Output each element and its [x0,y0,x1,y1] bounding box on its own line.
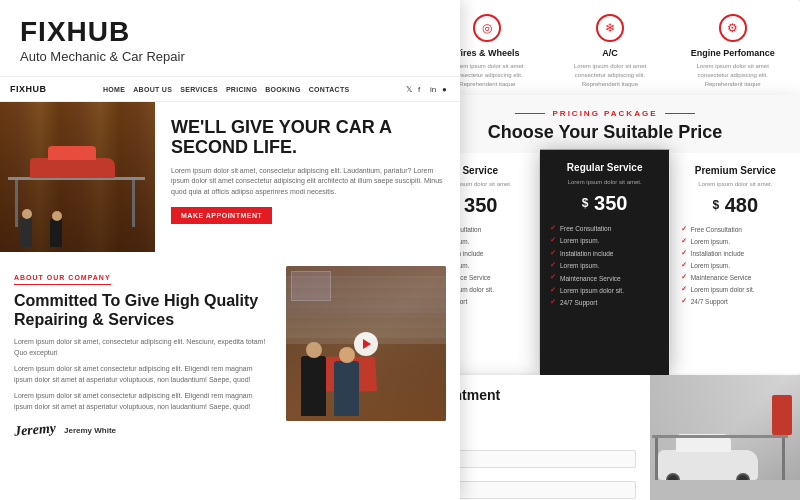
social-icon-4[interactable]: ● [442,85,450,93]
nav-booking[interactable]: BOOKING [265,86,301,93]
social-icon-1[interactable]: 𝕏 [406,85,414,93]
engine-icon: ⚙ [727,21,738,35]
ac-title: A/C [559,48,662,58]
premium-feat-4: ✓ Lorem ipsum. [681,261,790,269]
lift-left-col [655,435,658,480]
about-image [286,266,446,421]
check-icon: ✓ [681,249,687,257]
equipment-red [772,395,792,435]
premium-feat-1: ✓ Free Consultation [681,225,790,233]
social-icon-3[interactable]: in [430,85,438,93]
hero-text: Lorem ipsum dolor sit amet, consectetur … [171,166,444,198]
pricing-card-premium: Premium Service Lorem ipsum dolor sit am… [671,153,800,373]
signature-area: Jeremy Jeremy White [14,422,272,438]
pricing-panel: PRICING PACKAGE Choose Your Suitable Pri… [410,95,800,375]
check-icon: ✓ [550,298,556,306]
services-panel: ◎ Tires & Wheels Lorem ipsum dolor sit a… [420,0,800,110]
ac-desc: Lorem ipsum dolor sit amet consectetur a… [559,62,662,89]
regular-card-desc: Lorem ipsum dolor sit amet. [550,178,659,187]
regular-feature-list: ✓ Free Consultation ✓ Lorem ipsum. ✓ Ins… [550,224,659,306]
engine-title: Engine Perfomance [681,48,784,58]
check-icon: ✓ [681,225,687,233]
hero-content: WE'LL GIVE YOUR CAR A SECOND LIFE. Lorem… [155,102,460,252]
premium-card-title: Premium Service [681,165,790,176]
lift-arm [652,435,788,438]
check-icon: ✓ [681,297,687,305]
service-ac: ❄ A/C Lorem ipsum dolor sit amet consect… [559,14,662,96]
regular-feat-7: ✓ 24/7 Support [550,298,659,306]
ac-icon-circle: ❄ [596,14,624,42]
play-icon [363,339,371,349]
regular-feat-4: ✓ Lorem ipsum. [550,261,659,269]
nav-icons: 𝕏 f in ● [406,85,450,93]
about-section: ABOUT OUR COMPANY Committed To Give High… [0,252,460,438]
pricing-card-regular: Regular Service Lorem ipsum dolor sit am… [540,150,670,375]
regular-feat-3: ✓ Installation include [550,249,659,257]
brand-name: FIXHUB [20,18,440,46]
white-car-illustration [658,450,758,480]
engine-icon-circle: ⚙ [719,14,747,42]
make-appointment-button[interactable]: MAKE APPOINTMENT [171,207,272,224]
pricing-cards: ic Service Lorem ipsum dolor sit amet. $… [410,153,800,373]
left-panel: FIXHUB Auto Mechanic & Car Repair FIXHUB… [0,0,460,500]
check-icon: ✓ [681,237,687,245]
signature-script: Jeremy [13,421,56,441]
hero-image [0,102,155,252]
brand-tagline: Auto Mechanic & Car Repair [20,49,440,64]
about-text-3: Lorem ipsum dolor sit amet consectetur a… [14,391,272,412]
premium-dollar-sign: $ [713,198,720,212]
premium-card-price: $ 480 [681,194,790,217]
pricing-header: PRICING PACKAGE Choose Your Suitable Pri… [410,95,800,153]
signature-name: Jeremy White [64,426,116,435]
lift-right-col [782,435,785,480]
about-text-1: Lorem ipsum dolor sit amet, consectetur … [14,337,272,358]
about-text-2: Lorem ipsum dolor sit amet consectetur a… [14,364,272,385]
nav-services[interactable]: SERVICES [180,86,218,93]
premium-card-desc: Lorem ipsum dolor sit amet. [681,180,790,188]
check-icon: ✓ [550,286,556,294]
car-image-panel [650,375,800,500]
nav-contacts[interactable]: CONTACTS [309,86,350,93]
premium-feat-6: ✓ Lorem ipsum dolor sit. [681,285,790,293]
bottom-panels: ppointment Last Name Email 12:00 [410,375,800,500]
about-content: ABOUT OUR COMPANY Committed To Give High… [14,266,272,438]
check-icon: ✓ [550,237,556,245]
about-label: ABOUT OUR COMPANY [14,274,111,285]
nav-logo: FIXHUB [10,84,47,94]
engine-desc: Lorem ipsum dolor sit amet consectetur a… [681,62,784,89]
premium-feature-list: ✓ Free Consultation ✓ Lorem ipsum. ✓ Ins… [681,225,790,305]
service-engine: ⚙ Engine Perfomance Lorem ipsum dolor si… [681,14,784,96]
check-icon: ✓ [550,224,556,232]
check-icon: ✓ [681,261,687,269]
regular-card-title: Regular Service [550,162,659,173]
regular-card-price: $ 350 [550,192,659,216]
regular-feat-5: ✓ Maintenance Service [550,274,659,282]
nav-links: HOME ABOUT US SERVICES PRICING BOOKING C… [103,86,349,93]
premium-feat-7: ✓ 24/7 Support [681,297,790,305]
social-icon-2[interactable]: f [418,85,426,93]
regular-feat-2: ✓ Lorem ipsum. [550,237,659,245]
check-icon: ✓ [550,274,556,282]
hero-headline: WE'LL GIVE YOUR CAR A SECOND LIFE. [171,118,444,158]
premium-feat-2: ✓ Lorem ipsum. [681,237,790,245]
floor [650,480,800,500]
pricing-title: Choose Your Suitable Price [426,122,784,143]
nav-home[interactable]: HOME [103,86,125,93]
nav-about[interactable]: ABOUT US [133,86,172,93]
premium-feat-3: ✓ Installation include [681,249,790,257]
regular-dollar-sign: $ [582,196,589,210]
check-icon: ✓ [550,261,556,269]
premium-feat-5: ✓ Maintenance Service [681,273,790,281]
brand-header: FIXHUB Auto Mechanic & Car Repair [0,0,460,76]
tires-icon-circle: ◎ [473,14,501,42]
check-icon: ✓ [681,285,687,293]
regular-feat-6: ✓ Lorem ipsum dolor sit. [550,286,659,294]
check-icon: ✓ [550,249,556,257]
pricing-label: PRICING PACKAGE [426,109,784,118]
about-title: Committed To Give High Quality Repairing… [14,291,272,329]
check-icon: ✓ [681,273,687,281]
nav-pricing[interactable]: PRICING [226,86,257,93]
play-button[interactable] [354,332,378,356]
ac-icon: ❄ [605,21,615,35]
nav-bar: FIXHUB HOME ABOUT US SERVICES PRICING BO… [0,76,460,102]
